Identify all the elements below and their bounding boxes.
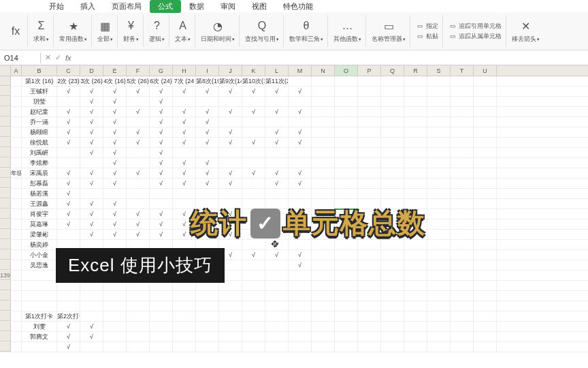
- cell[interactable]: [427, 117, 451, 127]
- cell[interactable]: [219, 311, 242, 321]
- cell[interactable]: [0, 301, 11, 311]
- cell[interactable]: [358, 138, 381, 147]
- cell[interactable]: [358, 168, 381, 178]
- cell[interactable]: [474, 97, 497, 106]
- cell[interactable]: [265, 158, 289, 168]
- cell[interactable]: [474, 291, 497, 301]
- cell[interactable]: [427, 219, 451, 229]
- cell[interactable]: [11, 260, 22, 270]
- cell[interactable]: [474, 271, 497, 280]
- cell[interactable]: [219, 301, 242, 311]
- cell[interactable]: [11, 148, 22, 157]
- cell[interactable]: [57, 230, 80, 239]
- cell[interactable]: [404, 301, 427, 311]
- col-header-A[interactable]: A: [11, 65, 22, 76]
- cell[interactable]: [22, 291, 57, 301]
- cell[interactable]: [265, 117, 289, 127]
- cell[interactable]: √: [219, 179, 242, 188]
- col-header-O[interactable]: O: [335, 65, 358, 76]
- cell[interactable]: [381, 291, 404, 301]
- cell[interactable]: [0, 76, 11, 86]
- tool-查找与引用[interactable]: Q查找与引用▾: [241, 15, 284, 47]
- cell[interactable]: [289, 322, 312, 331]
- cell[interactable]: [404, 260, 427, 270]
- cell[interactable]: [127, 189, 150, 198]
- cell[interactable]: 莫嘉琳: [22, 219, 57, 229]
- cell[interactable]: √: [57, 138, 80, 147]
- cell[interactable]: [289, 189, 312, 198]
- cell[interactable]: [265, 148, 289, 157]
- cell[interactable]: 139: [0, 271, 11, 280]
- cell[interactable]: √: [57, 87, 80, 96]
- cell[interactable]: [219, 158, 242, 168]
- cell[interactable]: [451, 87, 474, 96]
- cell[interactable]: [150, 189, 173, 198]
- cell[interactable]: [11, 199, 22, 209]
- cell[interactable]: √: [57, 117, 80, 127]
- cell[interactable]: [451, 76, 474, 86]
- cell[interactable]: [173, 322, 196, 331]
- cell[interactable]: [11, 322, 22, 331]
- cell[interactable]: [358, 311, 381, 321]
- cell[interactable]: [451, 291, 474, 301]
- cell[interactable]: [11, 230, 22, 239]
- cell[interactable]: [451, 332, 474, 341]
- cell[interactable]: √: [80, 199, 103, 209]
- cell[interactable]: √: [127, 127, 150, 137]
- col-header-I[interactable]: I: [196, 65, 219, 76]
- cell[interactable]: 赵纪棠: [22, 107, 57, 117]
- cell[interactable]: [11, 250, 22, 260]
- ribbon-tab-6[interactable]: 视图: [244, 0, 275, 13]
- cell[interactable]: [427, 209, 451, 219]
- ribbon-tab-2[interactable]: 页面布局: [103, 0, 150, 13]
- cell[interactable]: √: [57, 199, 80, 209]
- ribbon-tab-7[interactable]: 特色功能: [275, 0, 321, 13]
- cell[interactable]: √: [57, 107, 80, 117]
- cell[interactable]: √: [80, 138, 103, 147]
- cell[interactable]: [127, 148, 150, 157]
- cell[interactable]: [404, 87, 427, 96]
- cell[interactable]: [11, 332, 22, 341]
- confirm-icon[interactable]: ✓: [55, 53, 61, 62]
- cell[interactable]: [358, 127, 381, 137]
- cell[interactable]: [242, 97, 265, 106]
- cell[interactable]: √: [150, 97, 173, 106]
- cell[interactable]: [289, 271, 312, 280]
- cell[interactable]: [0, 311, 11, 321]
- cell[interactable]: [381, 179, 404, 188]
- cell[interactable]: [265, 97, 289, 106]
- cell[interactable]: [0, 87, 11, 96]
- col-header-K[interactable]: K: [242, 65, 265, 76]
- cell[interactable]: [474, 322, 497, 331]
- cell[interactable]: [173, 148, 196, 157]
- cell[interactable]: [127, 199, 150, 209]
- cell[interactable]: [474, 311, 497, 321]
- cell[interactable]: 王源鑫: [22, 199, 57, 209]
- cell[interactable]: √: [80, 230, 103, 239]
- col-header-T[interactable]: T: [451, 65, 474, 76]
- cell[interactable]: √: [80, 179, 103, 188]
- cell[interactable]: [312, 342, 335, 352]
- cell[interactable]: [57, 291, 80, 301]
- cell[interactable]: [312, 148, 335, 157]
- cell[interactable]: √: [196, 87, 219, 96]
- cell[interactable]: [451, 219, 474, 229]
- cell[interactable]: [427, 281, 451, 290]
- ribbon-tab-5[interactable]: 审阅: [212, 0, 244, 13]
- cell[interactable]: [335, 260, 358, 270]
- col-header-[interactable]: [0, 65, 11, 76]
- cell[interactable]: [219, 342, 242, 352]
- cell[interactable]: [427, 301, 451, 311]
- cell[interactable]: [80, 189, 103, 198]
- cell[interactable]: [381, 168, 404, 178]
- tool-逻辑[interactable]: ?逻辑▾: [145, 15, 169, 47]
- cell[interactable]: [404, 179, 427, 188]
- cell[interactable]: √: [103, 87, 127, 96]
- cell[interactable]: [196, 148, 219, 157]
- cell[interactable]: [11, 117, 22, 127]
- cell[interactable]: [312, 311, 335, 321]
- cell[interactable]: [289, 332, 312, 341]
- cell[interactable]: [427, 87, 451, 96]
- cell[interactable]: [358, 117, 381, 127]
- cell[interactable]: [0, 240, 11, 249]
